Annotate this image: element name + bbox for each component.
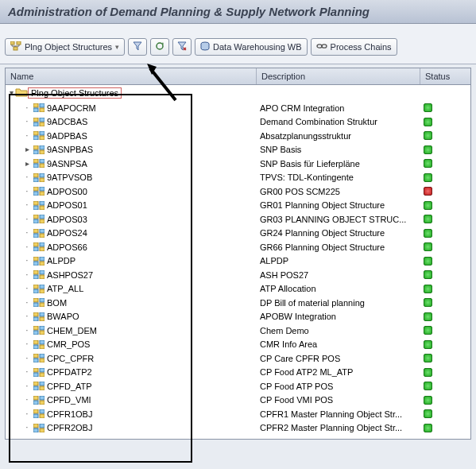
expand-icon[interactable]: · (23, 396, 31, 404)
row-name: CPFD_VMI (47, 395, 91, 405)
tree-row[interactable]: ·ALPDPALPDP (6, 254, 470, 269)
structure-icon (33, 298, 45, 307)
row-desc: APOBW Integration (257, 312, 420, 321)
data-warehousing-wb-button[interactable]: Data Warehousing WB (195, 38, 307, 56)
col-header-name[interactable]: Name (6, 68, 257, 84)
tree-row[interactable]: ·BOMDP Bill of material planning (6, 296, 470, 310)
expand-icon[interactable]: · (23, 382, 31, 390)
expand-icon[interactable]: ▸ (23, 145, 31, 153)
svg-point-3 (157, 43, 163, 49)
svg-rect-86 (40, 373, 45, 377)
expand-icon[interactable]: · (23, 173, 31, 181)
tree-row[interactable]: ·9ADCBASDemand Combination Struktur (6, 115, 470, 130)
tree-row[interactable]: ·ADPOS00GR00 POS SCM225 (6, 184, 470, 199)
tree-row[interactable]: ·CPFR2OBJCPFR2 Master Planning Object St… (6, 421, 470, 436)
svg-rect-75 (33, 340, 38, 344)
structure-icon (33, 382, 45, 390)
expand-icon[interactable]: · (23, 215, 31, 223)
expand-icon[interactable]: · (23, 312, 31, 320)
tree-row[interactable]: ·CMR_POSCMR Info Area (6, 338, 470, 352)
grid-header: Name Description Status (6, 68, 470, 85)
tree-row[interactable]: ·CPFD_VMICP Food VMI POS (6, 393, 470, 408)
tree-row[interactable]: ·9AAPOCRMAPO CRM Integration (6, 101, 470, 115)
expand-icon[interactable]: · (23, 104, 31, 112)
tree-root-row[interactable]: ▾ Plng Object Structures (6, 85, 470, 101)
tree-row[interactable]: ▸9ASNPSASNP Basis für Lieferpläne (6, 157, 470, 171)
col-header-status[interactable]: Status (420, 68, 470, 84)
svg-rect-17 (33, 136, 38, 140)
expand-icon[interactable]: · (23, 355, 31, 362)
svg-rect-48 (40, 242, 45, 246)
tree-row[interactable]: ·CPFDATP2CP Food ATP2 ML_ATP (6, 366, 470, 380)
svg-rect-15 (33, 131, 38, 135)
status-indicator (424, 368, 432, 377)
svg-rect-101 (33, 428, 38, 432)
svg-rect-55 (33, 270, 38, 274)
tree-row[interactable]: ·ADPOS03GR03 PLANNING OBJECT STRUC... (6, 212, 470, 227)
tree-row[interactable]: ·9ATPVSOBTPVS: TDL-Kontingente (6, 171, 470, 185)
expand-icon[interactable]: · (23, 424, 31, 432)
svg-rect-72 (40, 326, 45, 330)
status-indicator (424, 340, 432, 349)
button-label: Plng Object Structures (25, 42, 112, 52)
expand-icon[interactable]: · (23, 118, 31, 126)
status-indicator (424, 131, 432, 140)
svg-rect-38 (40, 206, 45, 210)
expand-icon[interactable]: · (23, 340, 31, 348)
tree-row[interactable]: ·CHEM_DEMChem Demo (6, 324, 470, 338)
tree-row[interactable]: ·ATP_ALLATP Allocation (6, 282, 470, 297)
row-desc: CP Food ATP2 ML_ATP (257, 367, 420, 377)
svg-rect-78 (40, 345, 45, 349)
svg-rect-61 (33, 289, 38, 293)
tree-row[interactable]: ·CPFD_ATPCP Food ATP POS (6, 379, 470, 393)
svg-rect-64 (40, 298, 45, 302)
structure-icon (33, 368, 45, 377)
col-header-desc[interactable]: Description (257, 68, 420, 84)
tree-row[interactable]: ·CPC_CPFRCP Care CPFR POS (6, 351, 470, 366)
structure-icon (33, 201, 45, 210)
expand-icon[interactable]: · (23, 229, 31, 237)
expand-icon[interactable]: · (23, 410, 31, 418)
tree-row[interactable]: ·ADPOS01GR01 Planning Object Structure (6, 199, 470, 213)
row-name: ADPOS03 (47, 215, 87, 224)
tree-row[interactable]: ·BWAPOAPOBW Integration (6, 310, 470, 324)
tree-row[interactable]: ·ADPOS66GR66 Planning Object Structure (6, 240, 470, 254)
funnel-x-icon (177, 41, 187, 52)
row-desc: APO CRM Integration (257, 103, 420, 113)
collapse-icon[interactable]: ▾ (7, 89, 15, 97)
filter-button[interactable] (128, 38, 147, 56)
svg-rect-77 (33, 345, 38, 349)
refresh-button[interactable] (150, 38, 169, 56)
svg-rect-93 (33, 401, 38, 405)
plng-object-structures-button[interactable]: Plng Object Structures ▾ (5, 38, 125, 56)
expand-icon[interactable]: · (23, 368, 31, 376)
tree-row[interactable]: ·CPFR1OBJCPFR1 Master Planning Object St… (6, 407, 470, 421)
expand-icon[interactable]: · (23, 243, 31, 251)
svg-rect-70 (40, 317, 45, 321)
status-indicator (424, 285, 432, 293)
row-desc: CPFR1 Master Planning Object Str... (257, 409, 420, 419)
tree-row[interactable]: ·9ADPBASAbsatzplanungsstruktur (6, 129, 470, 143)
expand-icon[interactable]: · (23, 327, 31, 335)
expand-icon[interactable]: · (23, 285, 31, 293)
process-chains-button[interactable]: Process Chains (311, 38, 397, 56)
svg-rect-36 (40, 201, 45, 205)
svg-rect-45 (33, 234, 38, 238)
structure-icon (33, 131, 45, 140)
expand-icon[interactable]: · (23, 201, 31, 209)
expand-icon[interactable]: · (23, 257, 31, 265)
tree-row[interactable]: ·ASHPOS27ASH POS27 (6, 268, 470, 282)
tree-row[interactable]: ·ADPOS24GR24 Planning Object Structure (6, 227, 470, 241)
filter-delete-button[interactable] (172, 38, 192, 56)
row-name: BOM (47, 298, 67, 308)
expand-icon[interactable]: · (23, 271, 31, 279)
folder-icon (15, 87, 28, 99)
svg-rect-47 (33, 242, 38, 246)
tree-row[interactable]: ▸9ASNPBASSNP Basis (6, 143, 470, 157)
expand-icon[interactable]: · (23, 188, 31, 196)
expand-icon[interactable]: · (23, 299, 31, 307)
expand-icon[interactable]: ▸ (23, 160, 31, 168)
expand-icon[interactable]: · (23, 132, 31, 140)
structure-icon (33, 409, 45, 418)
svg-rect-54 (40, 262, 45, 266)
